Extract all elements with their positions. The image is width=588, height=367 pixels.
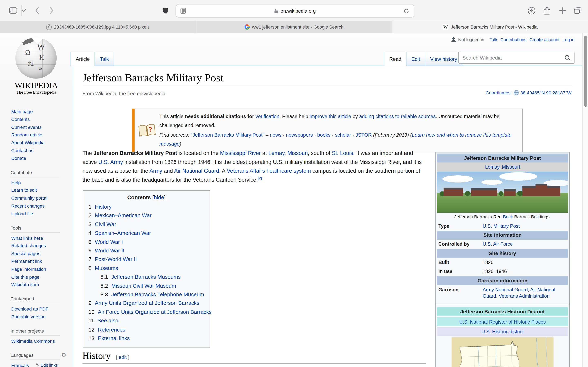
toc-link[interactable]: Spanish–American War	[95, 230, 151, 236]
toc-link[interactable]: Civil War	[95, 221, 116, 227]
toc-link[interactable]: See also	[97, 318, 118, 324]
wiki-link[interactable]: Veterans Administration	[499, 293, 550, 299]
wiki-link[interactable]: Brick	[503, 214, 513, 220]
toc-link[interactable]: External links	[98, 335, 130, 341]
edit-links[interactable]: ✎Edit links	[35, 363, 58, 367]
toc-link[interactable]: Missouri Civil War Museum	[111, 283, 176, 289]
search-icon[interactable]	[564, 54, 571, 61]
toc-hide-toggle[interactable]: hide	[154, 194, 164, 200]
tab-read[interactable]: Read	[384, 52, 406, 66]
sidebar-link[interactable]: Donate	[0, 155, 73, 162]
wiki-link[interactable]: news	[270, 132, 281, 138]
wiki-link[interactable]: Lemay, Missouri	[268, 150, 308, 156]
forward-icon[interactable]	[47, 0, 57, 21]
reload-icon[interactable]	[403, 8, 409, 14]
sidebar-link[interactable]: Current events	[0, 123, 73, 131]
sidebar-link[interactable]: What links here	[0, 234, 73, 242]
scrollbar-track[interactable]	[582, 33, 588, 367]
wiki-link[interactable]: scholar	[335, 132, 351, 138]
sidebar-toggle-icon[interactable]	[7, 0, 19, 21]
wiki-link[interactable]: newspapers	[286, 132, 313, 138]
wiki-link[interactable]: "Jefferson Barracks Military Post"	[191, 132, 264, 138]
download-icon[interactable]	[527, 0, 536, 21]
browser-tab-google-search[interactable]: ww1 jefferson enlistment site - Google S…	[196, 21, 392, 33]
toc-link[interactable]: Jefferson Barracks Telephone Museum	[111, 291, 204, 297]
edit-section-link[interactable]: edit	[119, 354, 127, 360]
chevron-down-icon[interactable]	[20, 0, 28, 21]
wikipedia-wordmark[interactable]: WIKIPEDIA	[0, 81, 73, 90]
url-bar[interactable]: en.wikipedia.org	[176, 4, 415, 17]
tab-overview-icon[interactable]	[572, 0, 583, 21]
url-text[interactable]: en.wikipedia.org	[281, 8, 316, 14]
sidebar-link[interactable]: Download as PDF	[0, 305, 73, 313]
personal-link[interactable]: Contributions	[501, 37, 527, 42]
toc-link[interactable]: Mexican–American War	[95, 212, 152, 218]
wiki-link[interactable]: Army National Guard	[483, 287, 528, 292]
back-icon[interactable]	[32, 0, 42, 21]
sidebar-link[interactable]: Main page	[0, 108, 73, 116]
sidebar-link[interactable]: Community portal	[0, 194, 73, 202]
controlled-value-link[interactable]: U.S. Air Force	[483, 241, 513, 247]
tab-view-history[interactable]: View history	[425, 52, 462, 66]
scrollbar-thumb[interactable]	[584, 35, 587, 107]
sidebar-link[interactable]: Help	[0, 179, 73, 187]
browser-tab-wikipedia[interactable]: W Jefferson Barracks Military Post - Wik…	[392, 21, 588, 33]
toc-link[interactable]: History	[95, 204, 112, 210]
sidebar-link[interactable]: Wikimedia Commons	[0, 337, 73, 345]
missouri-locator-map[interactable]	[451, 337, 553, 367]
sidebar-link[interactable]: Page information	[0, 266, 73, 273]
share-icon[interactable]	[542, 0, 552, 21]
reference-link[interactable]: [2]	[258, 176, 262, 180]
toc-link[interactable]: References	[98, 326, 125, 332]
coordinates-label-link[interactable]: Coordinates:	[485, 90, 512, 95]
sidebar-link[interactable]: Special pages	[0, 250, 73, 258]
personal-link[interactable]: Log in	[562, 37, 575, 42]
gear-icon[interactable]: ⚙	[61, 352, 66, 358]
coordinates-value-link[interactable]: 38.49465°N 90.28187°W	[520, 90, 571, 95]
toc-link[interactable]: Air Force Units Organized at Jefferson B…	[98, 309, 212, 315]
sidebar-link[interactable]: Upload file	[0, 210, 73, 218]
toc-link[interactable]: World War II	[95, 248, 124, 253]
sidebar-link[interactable]: Random article	[0, 131, 73, 139]
wiki-link[interactable]: U.S. Army	[98, 159, 123, 165]
wikipedia-globe-logo[interactable]: W Ω И 維 ω	[15, 38, 57, 79]
wiki-link[interactable]: Mississippi River	[220, 150, 261, 156]
new-tab-icon[interactable]	[557, 0, 567, 21]
browser-tab-image[interactable]: 23343463-1685-006-129.jpg 4,110×5,660 pi…	[0, 21, 196, 33]
search-input[interactable]	[458, 55, 564, 60]
sidebar-link[interactable]: About Wikipedia	[0, 139, 73, 147]
tab-talk[interactable]: Talk	[95, 52, 114, 66]
wiki-link[interactable]: Veterans Affairs healthcare system	[227, 168, 311, 174]
toc-link[interactable]: Jefferson Barracks Museums	[111, 274, 181, 280]
sidebar-link[interactable]: Related changes	[0, 242, 73, 250]
wiki-link[interactable]: Army	[149, 168, 162, 174]
toc-link[interactable]: Army Units Organized at Jefferson Barrac…	[95, 300, 199, 306]
sidebar-link[interactable]: Contents	[0, 116, 73, 123]
wiki-link[interactable]: Air National Guard	[174, 168, 219, 174]
personal-link[interactable]: Create account	[529, 37, 559, 42]
barracks-photo[interactable]	[437, 171, 568, 213]
toc-link[interactable]: Post-World War II	[95, 256, 137, 262]
wiki-link[interactable]: St. Louis	[332, 150, 353, 156]
nrhp-link[interactable]: U.S. National Register of Historic Place…	[459, 319, 546, 325]
sidebar-link[interactable]: Permanent link	[0, 258, 73, 266]
sidebar-link[interactable]: Printable version	[0, 313, 73, 321]
sidebar-link[interactable]: Wikidata item	[0, 281, 73, 289]
sidebar-link[interactable]: Learn to edit	[0, 187, 73, 194]
sidebar-link[interactable]: Recent changes	[0, 202, 73, 210]
personal-link[interactable]: Talk	[490, 37, 498, 42]
wiki-link[interactable]: JSTOR	[355, 132, 372, 138]
sidebar-link[interactable]: Cite this page	[0, 273, 73, 281]
wiki-link[interactable]: books	[317, 132, 330, 138]
wiki-link[interactable]: improve this article	[310, 114, 351, 119]
wiki-link[interactable]: verification	[256, 114, 279, 119]
reader-icon[interactable]	[180, 8, 186, 14]
toc-link[interactable]: World War I	[95, 239, 123, 245]
wiki-link[interactable]: adding citations to reliable sources	[359, 114, 436, 119]
tab-article[interactable]: Article	[70, 52, 95, 66]
sidebar-link[interactable]: Contact us	[0, 147, 73, 155]
infobox-location-link[interactable]: Lemay, Missouri	[485, 164, 520, 170]
historic-district-type-link[interactable]: U.S. Historic district	[481, 329, 524, 334]
shield-icon[interactable]	[160, 0, 170, 21]
type-value-link[interactable]: U.S. Military Post	[483, 223, 520, 229]
